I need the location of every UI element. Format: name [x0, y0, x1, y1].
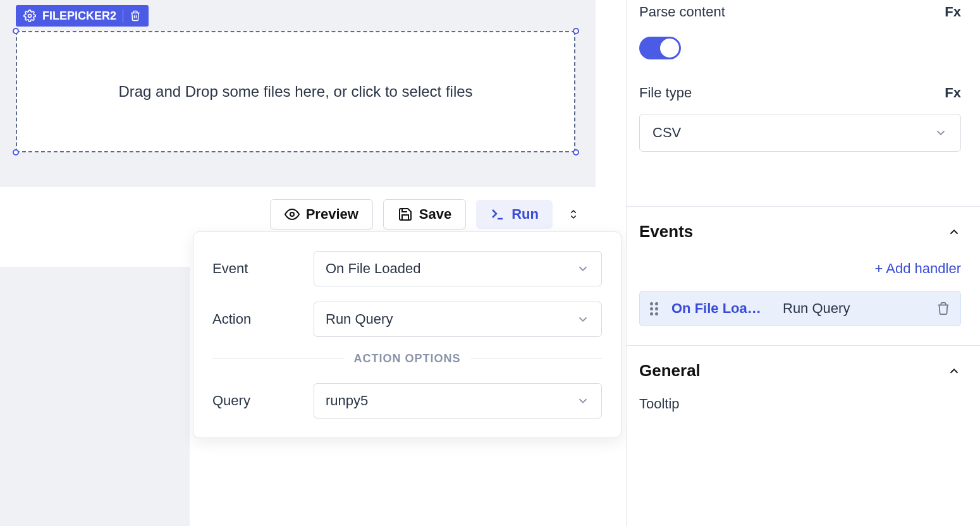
fx-button[interactable]: Fx — [945, 85, 961, 101]
preview-button[interactable]: Preview — [270, 199, 373, 229]
widget-name-label: FILEPICKER2 — [42, 9, 116, 23]
action-select-value: Run Query — [326, 311, 393, 327]
trash-icon[interactable] — [936, 302, 950, 315]
svg-point-1 — [290, 212, 294, 216]
events-section-header[interactable]: Events — [639, 207, 961, 257]
resize-handle[interactable] — [13, 149, 19, 156]
preview-label: Preview — [306, 206, 358, 223]
properties-panel: Parse content Fx File type Fx CSV Events… — [626, 0, 980, 526]
chevron-down-icon — [576, 312, 590, 326]
query-select-value: runpy5 — [326, 393, 368, 409]
run-label: Run — [511, 206, 539, 223]
events-section-title: Events — [639, 222, 693, 242]
canvas-background — [0, 242, 190, 526]
event-handler-row[interactable]: On File Loa… Run Query — [639, 291, 961, 326]
drag-handle-icon[interactable] — [650, 300, 661, 317]
toggle-knob — [660, 39, 679, 58]
parse-content-label: Parse content — [639, 4, 725, 20]
file-type-value: CSV — [652, 125, 681, 141]
chevron-down-icon — [934, 126, 948, 140]
event-select[interactable]: On File Loaded — [314, 251, 602, 286]
resize-handle[interactable] — [13, 28, 19, 34]
tooltip-label: Tooltip — [639, 396, 680, 412]
action-field-label: Action — [212, 311, 314, 327]
action-select[interactable]: Run Query — [314, 302, 602, 337]
gear-icon[interactable] — [23, 9, 36, 22]
event-select-value: On File Loaded — [326, 260, 420, 277]
resize-handle[interactable] — [573, 28, 579, 34]
dropzone-text: Drag and Drop some files here, or click … — [118, 83, 472, 101]
general-section-header[interactable]: General — [639, 346, 961, 396]
svg-point-0 — [28, 15, 32, 18]
chevron-up-icon — [947, 364, 961, 378]
file-type-label: File type — [639, 85, 692, 101]
event-field-label: Event — [212, 260, 314, 277]
save-icon — [398, 207, 413, 222]
query-select[interactable]: runpy5 — [314, 383, 602, 419]
chevrons-vertical-icon — [568, 209, 579, 220]
general-section-title: General — [639, 361, 701, 381]
save-button[interactable]: Save — [383, 199, 466, 229]
query-field-label: Query — [212, 393, 314, 409]
chevron-down-icon — [576, 262, 590, 276]
event-handler-popover: Event On File Loaded Action Run Query AC… — [193, 231, 622, 438]
action-options-divider: ACTION OPTIONS — [212, 352, 602, 365]
chevron-up-icon — [947, 225, 961, 239]
trash-icon[interactable] — [130, 10, 141, 21]
action-options-heading: ACTION OPTIONS — [344, 352, 471, 365]
file-type-select[interactable]: CSV — [639, 114, 961, 152]
resize-handle[interactable] — [573, 149, 579, 156]
terminal-icon — [490, 207, 505, 222]
parse-content-toggle[interactable] — [639, 37, 681, 59]
handler-event-name: On File Loa… — [671, 300, 773, 317]
widget-selection-toolbar[interactable]: FILEPICKER2 — [16, 5, 149, 27]
eye-icon — [285, 207, 300, 222]
add-handler-button[interactable]: + Add handler — [639, 257, 961, 291]
toolbar-divider — [123, 9, 123, 23]
chevron-down-icon — [576, 394, 590, 408]
collapse-button[interactable] — [563, 204, 584, 225]
filepicker-dropzone[interactable]: Drag and Drop some files here, or click … — [16, 31, 575, 152]
handler-action-name: Run Query — [783, 300, 926, 317]
canvas-area: FILEPICKER2 Drag and Drop some files her… — [0, 0, 596, 187]
run-button[interactable]: Run — [476, 200, 553, 229]
save-label: Save — [419, 206, 451, 223]
fx-button[interactable]: Fx — [945, 4, 961, 20]
